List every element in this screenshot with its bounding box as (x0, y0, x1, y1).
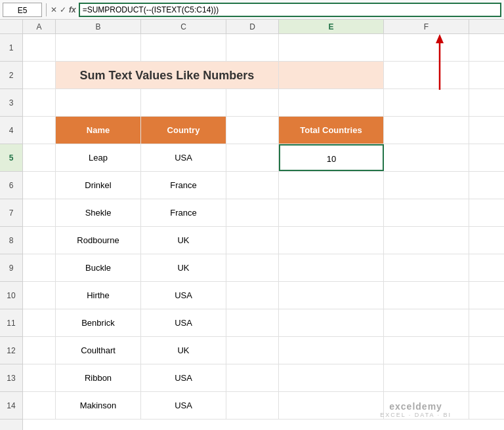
cell-f1[interactable] (384, 34, 469, 61)
cell-a11[interactable] (23, 309, 56, 336)
col-header-a[interactable]: A (23, 20, 56, 33)
cell-f10[interactable] (384, 282, 469, 309)
col-header-b[interactable]: B (56, 20, 141, 33)
cell-f12[interactable] (384, 337, 469, 364)
row-header-14[interactable]: 14 (0, 392, 22, 420)
row-header-11[interactable]: 11 (0, 309, 22, 337)
row-header-13[interactable]: 13 (0, 364, 22, 392)
cell-a9[interactable] (23, 254, 56, 281)
cell-d7[interactable] (226, 199, 279, 226)
result-cell-e5[interactable]: 10 (279, 144, 384, 171)
cell-a10[interactable] (23, 282, 56, 309)
row-header-1[interactable]: 1 (0, 34, 22, 62)
cell-reference-box[interactable]: E5 (3, 3, 42, 17)
cell-d14[interactable] (226, 392, 279, 419)
cell-d8[interactable] (226, 227, 279, 254)
cell-a6[interactable] (23, 172, 56, 199)
cell-a3[interactable] (23, 89, 56, 116)
cell-c5[interactable]: USA (141, 144, 226, 171)
cell-f7[interactable] (384, 199, 469, 226)
row-header-7[interactable]: 7 (0, 199, 22, 227)
cell-c11[interactable]: USA (141, 309, 226, 336)
cell-e9[interactable] (279, 254, 384, 281)
cell-c1[interactable] (141, 34, 226, 61)
cell-c12[interactable]: UK (141, 337, 226, 364)
col-header-e[interactable]: E (279, 20, 384, 33)
cell-f8[interactable] (384, 227, 469, 254)
cell-f11[interactable] (384, 309, 469, 336)
cell-f3[interactable] (384, 89, 469, 116)
cell-a14[interactable] (23, 392, 56, 419)
cell-e2[interactable] (279, 62, 384, 88)
cell-c8[interactable]: UK (141, 227, 226, 254)
cell-e14[interactable] (279, 392, 384, 419)
row-header-5[interactable]: 5 (0, 144, 22, 172)
cell-e10[interactable] (279, 282, 384, 309)
cell-b5[interactable]: Leap (56, 144, 141, 171)
cell-f2[interactable] (384, 62, 469, 88)
cell-a2[interactable] (23, 62, 56, 88)
col-header-c[interactable]: C (141, 20, 226, 33)
cell-c3[interactable] (141, 89, 226, 116)
row-header-10[interactable]: 10 (0, 282, 22, 309)
cell-d13[interactable] (226, 364, 279, 391)
row-header-6[interactable]: 6 (0, 172, 22, 199)
cell-a13[interactable] (23, 364, 56, 391)
row-header-9[interactable]: 9 (0, 254, 22, 282)
cell-b9[interactable]: Buckle (56, 254, 141, 281)
formula-input[interactable] (79, 3, 501, 17)
cell-c9[interactable]: UK (141, 254, 226, 281)
cell-b13[interactable]: Ribbon (56, 364, 141, 391)
cell-c13[interactable]: USA (141, 364, 226, 391)
check-icon[interactable]: ✓ (60, 5, 66, 14)
cell-e1[interactable] (279, 34, 384, 61)
cell-a7[interactable] (23, 199, 56, 226)
cell-d11[interactable] (226, 309, 279, 336)
cell-c14[interactable]: USA (141, 392, 226, 419)
cell-d10[interactable] (226, 282, 279, 309)
cell-b10[interactable]: Hirthe (56, 282, 141, 309)
col-header-f[interactable]: F (384, 20, 469, 33)
cell-b6[interactable]: Drinkel (56, 172, 141, 199)
cell-b7[interactable]: Shekle (56, 199, 141, 226)
cell-e12[interactable] (279, 337, 384, 364)
cell-f13[interactable] (384, 364, 469, 391)
cell-b8[interactable]: Rodbourne (56, 227, 141, 254)
cell-d3[interactable] (226, 89, 279, 116)
cell-c6[interactable]: France (141, 172, 226, 199)
cell-c10[interactable]: USA (141, 282, 226, 309)
row-header-2[interactable]: 2 (0, 62, 22, 89)
cell-f5[interactable] (384, 144, 469, 171)
cell-b3[interactable] (56, 89, 141, 116)
cell-e6[interactable] (279, 172, 384, 199)
cell-c7[interactable]: France (141, 199, 226, 226)
row-header-3[interactable]: 3 (0, 89, 22, 117)
cell-d9[interactable] (226, 254, 279, 281)
cell-b1[interactable] (56, 34, 141, 61)
cell-b14[interactable]: Makinson (56, 392, 141, 419)
cell-b11[interactable]: Benbrick (56, 309, 141, 336)
cell-e3[interactable] (279, 89, 384, 116)
cell-a8[interactable] (23, 227, 56, 254)
cell-f6[interactable] (384, 172, 469, 199)
close-icon[interactable]: ✕ (51, 5, 57, 14)
cell-d4[interactable] (226, 117, 279, 144)
row-header-8[interactable]: 8 (0, 227, 22, 254)
cell-d5[interactable] (226, 144, 279, 171)
cell-a5[interactable] (23, 144, 56, 171)
cell-d1[interactable] (226, 34, 279, 61)
cell-e7[interactable] (279, 199, 384, 226)
cell-b12[interactable]: Coulthart (56, 337, 141, 364)
cell-e8[interactable] (279, 227, 384, 254)
cell-a1[interactable] (23, 34, 56, 61)
row-header-4[interactable]: 4 (0, 117, 22, 144)
row-header-12[interactable]: 12 (0, 337, 22, 364)
cell-e11[interactable] (279, 309, 384, 336)
cell-d12[interactable] (226, 337, 279, 364)
cell-a12[interactable] (23, 337, 56, 364)
cell-a4[interactable] (23, 117, 56, 144)
cell-d6[interactable] (226, 172, 279, 199)
cell-f4[interactable] (384, 117, 469, 144)
cell-e13[interactable] (279, 364, 384, 391)
cell-f9[interactable] (384, 254, 469, 281)
